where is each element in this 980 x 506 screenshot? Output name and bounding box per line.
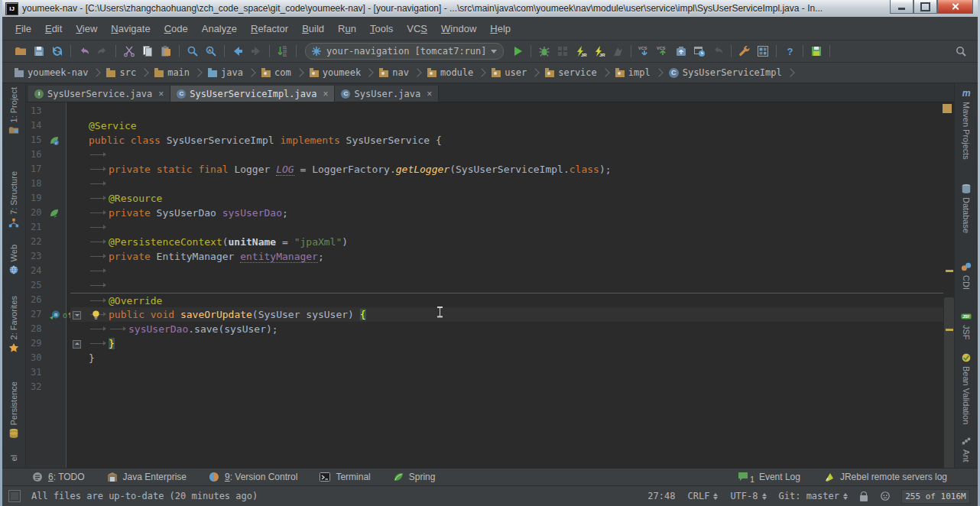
warning-stripe-mark[interactable] bbox=[946, 270, 953, 272]
forward-button[interactable] bbox=[248, 43, 264, 60]
line-body[interactable]: private EntityManager entityManager; bbox=[70, 249, 943, 264]
breadcrumb-main[interactable]: main bbox=[153, 66, 191, 79]
tool-stripe-button-bean-validation[interactable]: Bean Validation bbox=[955, 352, 978, 424]
help-button[interactable]: ? bbox=[781, 43, 798, 60]
line-body[interactable]: public void saveOrUpdate(SysUser sysUser… bbox=[70, 307, 943, 322]
breadcrumb-module[interactable]: module bbox=[426, 66, 475, 79]
caret-position-widget[interactable]: 27:48 bbox=[647, 491, 675, 501]
tab-SysUser.java[interactable]: CSysUser.java× bbox=[335, 86, 439, 102]
hector-widget[interactable] bbox=[880, 491, 891, 501]
coverage-button[interactable] bbox=[554, 43, 571, 60]
tool-window-button-6-todo[interactable]: 6: TODO bbox=[31, 471, 85, 483]
tool-stripe-button-1-project[interactable]: 1: Project bbox=[2, 87, 25, 136]
line-body[interactable]: @Resource bbox=[70, 191, 943, 206]
debug-button[interactable] bbox=[536, 43, 553, 60]
tool-window-button-event-log[interactable]: 1Event Log bbox=[737, 471, 800, 484]
line-body[interactable]: @Service bbox=[70, 118, 943, 133]
line-body[interactable] bbox=[70, 148, 943, 162]
diff-lines-button[interactable]: 011001 bbox=[274, 43, 291, 60]
breadcrumb-impl[interactable]: impl bbox=[614, 66, 652, 79]
vcs-update-button[interactable]: VCS bbox=[636, 43, 653, 60]
run-button[interactable] bbox=[509, 43, 526, 60]
line-body[interactable]: private SysUserDao sysUserDao; bbox=[70, 206, 943, 220]
breadcrumb-src[interactable]: src bbox=[105, 66, 138, 79]
vcs-upload-button[interactable] bbox=[673, 43, 690, 60]
breadcrumb-sysuserserviceimpl[interactable]: CSysUserServiceImpl bbox=[667, 66, 784, 79]
tool-window-button-terminal[interactable]: Terminal bbox=[319, 471, 370, 483]
paste-button[interactable] bbox=[157, 43, 174, 60]
copy-button[interactable] bbox=[139, 43, 156, 60]
line-body[interactable]: } bbox=[70, 351, 943, 365]
search-everywhere-button[interactable] bbox=[952, 43, 969, 60]
tool-stripe-button-cdi[interactable]: CDI bbox=[955, 261, 978, 290]
attach-button[interactable] bbox=[609, 43, 626, 60]
tab-close-icon[interactable]: × bbox=[323, 89, 328, 99]
tool-stripe-button-7-structure[interactable]: 7: Structure bbox=[2, 171, 25, 229]
menu-build[interactable]: Build bbox=[295, 21, 331, 37]
line-body[interactable] bbox=[70, 365, 943, 380]
line-body[interactable]: } bbox=[70, 336, 943, 351]
editor-scrollbar[interactable] bbox=[944, 297, 954, 468]
tab-close-icon[interactable]: × bbox=[427, 89, 432, 99]
breadcrumb-service[interactable]: service bbox=[544, 66, 599, 79]
tool-window-button-java-enterprise[interactable]: Java Enterprise bbox=[106, 471, 187, 483]
line-endings-widget[interactable]: CRLF bbox=[687, 491, 718, 501]
line-body[interactable]: sysUserDao.save(sysUser); bbox=[70, 322, 943, 336]
close-button[interactable] bbox=[937, 0, 973, 14]
menu-window[interactable]: Window bbox=[434, 21, 483, 37]
minimize-button[interactable] bbox=[890, 0, 913, 14]
breadcrumb-user[interactable]: user bbox=[490, 66, 528, 79]
memory-indicator[interactable]: 255 of 1016M bbox=[901, 489, 970, 504]
rollback-button[interactable] bbox=[709, 43, 726, 60]
breadcrumb-nav[interactable]: nav bbox=[378, 66, 410, 79]
tool-window-button-9-version-control[interactable]: 9: Version Control bbox=[208, 471, 297, 483]
breadcrumb-java[interactable]: java bbox=[206, 66, 245, 79]
vcs-commit-button[interactable]: VCS bbox=[654, 43, 671, 60]
fold-marker[interactable] bbox=[73, 340, 81, 349]
fold-marker[interactable] bbox=[73, 311, 81, 319]
menu-view[interactable]: View bbox=[69, 21, 104, 37]
cut-button[interactable] bbox=[121, 43, 138, 60]
line-body[interactable] bbox=[70, 380, 943, 394]
jrebel-sync-button[interactable] bbox=[808, 43, 825, 60]
redo-button[interactable] bbox=[94, 43, 111, 60]
tab-SysUserServiceImpl.java[interactable]: CSysUserServiceImpl.java× bbox=[170, 86, 335, 102]
line-body[interactable] bbox=[70, 104, 943, 118]
breadcrumb-youmeek-nav[interactable]: youmeek-nav bbox=[13, 66, 89, 79]
tool-stripe-button-2-favorites[interactable]: 2: Favorites bbox=[2, 296, 25, 353]
menu-analyze[interactable]: Analyze bbox=[195, 21, 244, 37]
back-button[interactable] bbox=[229, 43, 246, 60]
tool-stripe-button-el[interactable]: el bbox=[2, 455, 25, 462]
tool-window-switcher-icon[interactable] bbox=[8, 490, 21, 502]
tab-SysUserService.java[interactable]: ISysUserService.java× bbox=[28, 86, 170, 102]
tool-stripe-button-database[interactable]: Database bbox=[955, 183, 978, 233]
tool-window-button-jrebel-remote-servers-log[interactable]: JRebel remote servers log bbox=[823, 471, 947, 483]
encoding-widget[interactable]: UTF-8 bbox=[730, 491, 766, 501]
menu-run[interactable]: Run bbox=[331, 21, 363, 37]
tool-stripe-button-ant[interactable]: Ant bbox=[955, 436, 978, 462]
tool-window-button-spring[interactable]: Spring bbox=[392, 471, 436, 483]
save-button[interactable] bbox=[31, 43, 47, 60]
menu-tools[interactable]: Tools bbox=[363, 21, 400, 37]
menu-help[interactable]: Help bbox=[483, 21, 518, 37]
find-button[interactable] bbox=[184, 43, 201, 60]
menu-navigate[interactable]: Navigate bbox=[104, 21, 157, 37]
line-body[interactable]: private static final Logger LOG = Logger… bbox=[70, 162, 943, 177]
settings-button[interactable] bbox=[736, 43, 753, 60]
line-body[interactable] bbox=[70, 177, 943, 191]
inspection-indicator-icon[interactable] bbox=[943, 104, 952, 113]
jrebel-run-button[interactable]: JR bbox=[573, 43, 589, 60]
menu-edit[interactable]: Edit bbox=[38, 21, 69, 37]
jrebel-debug-button[interactable]: JR bbox=[591, 43, 608, 60]
tool-stripe-button-maven-projects[interactable]: mMaven Projects bbox=[955, 88, 978, 160]
line-body[interactable] bbox=[70, 220, 943, 235]
git-branch-widget[interactable]: Git: master bbox=[779, 491, 848, 501]
editor[interactable]: 1314@Service15cpublic class SysUserServi… bbox=[26, 102, 954, 468]
lock-widget[interactable] bbox=[860, 491, 868, 501]
line-body[interactable]: @PersistenceContext(unitName = "jpaXml") bbox=[70, 235, 943, 249]
line-body[interactable]: public class SysUserServiceImpl implemen… bbox=[70, 133, 943, 148]
tool-stripe-button-web[interactable]: Web bbox=[2, 245, 25, 275]
project-structure-button[interactable] bbox=[754, 43, 771, 60]
breadcrumb-com[interactable]: com bbox=[260, 66, 293, 79]
tool-stripe-button-jsf[interactable]: JSFJSF bbox=[955, 311, 978, 340]
